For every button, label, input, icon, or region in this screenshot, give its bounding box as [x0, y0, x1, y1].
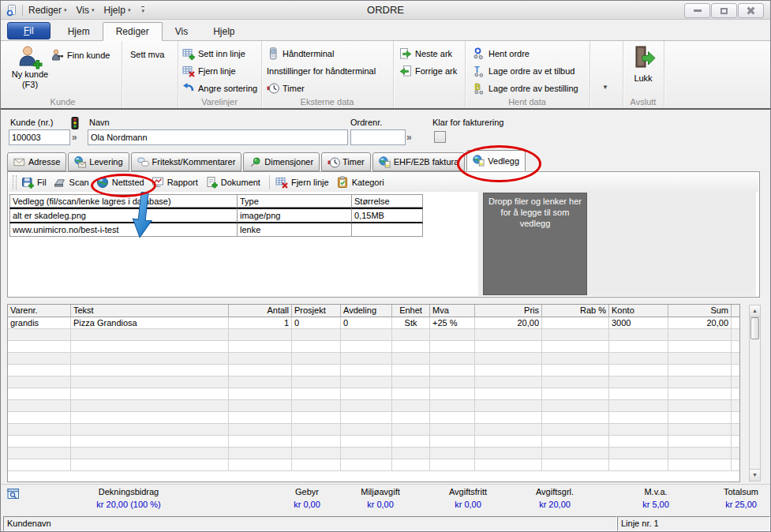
disk-plus-icon — [21, 176, 34, 189]
empty-order-row[interactable] — [8, 353, 739, 365]
prev-sheet-button[interactable]: Forrige ark — [399, 63, 457, 79]
order-column-tekst[interactable]: Tekst — [71, 305, 229, 317]
detail-tab-adresse[interactable]: Adresse — [7, 152, 66, 171]
ready-for-invoicing-checkbox[interactable] — [434, 131, 446, 143]
order-from-purchase-button[interactable]: B Lage ordre av bestilling — [473, 81, 578, 96]
tab-vis[interactable]: Vis — [163, 23, 200, 40]
detail-tab-label: Timer — [342, 157, 365, 167]
empty-order-row[interactable] — [8, 436, 739, 448]
titlebar-menu-vis[interactable]: Vis▾ — [77, 5, 95, 16]
detail-tab-timer[interactable]: Timer — [321, 152, 371, 171]
scrollbar-thumb[interactable] — [750, 317, 759, 339]
empty-order-row[interactable] — [8, 388, 739, 400]
toolbar-nettsted-button[interactable]: Nettsted — [96, 176, 144, 189]
order-column-pris[interactable]: Pris — [475, 305, 542, 317]
toolbar-fil-button[interactable]: Fil — [21, 176, 47, 189]
order-column-enhet[interactable]: Enhet — [392, 305, 430, 317]
empty-order-row[interactable] — [8, 412, 739, 424]
tab-rediger[interactable]: Rediger — [103, 22, 163, 41]
empty-cell — [542, 448, 609, 459]
empty-order-row[interactable] — [8, 365, 739, 377]
attachments-column-header[interactable]: Type — [238, 194, 352, 208]
set-mva-button[interactable]: Sett mva — [130, 47, 164, 62]
detail-tab-vedlegg[interactable]: Vedlegg — [466, 150, 526, 171]
customer-name-input[interactable] — [88, 129, 348, 145]
empty-order-row[interactable] — [8, 341, 739, 353]
empty-cell — [475, 424, 542, 436]
customer-lookup-button[interactable]: » — [72, 132, 77, 143]
traffic-light-icon[interactable] — [69, 116, 81, 129]
order-lines-header-row: Varenr.TekstAntallProsjektAvdelingEnhetM… — [8, 305, 739, 317]
order-column-prosjekt[interactable]: Prosjekt — [292, 305, 341, 317]
handheld-button[interactable]: Håndterminal — [267, 46, 334, 62]
empty-order-row[interactable] — [8, 329, 739, 341]
detail-tab-levering[interactable]: Levering — [68, 152, 129, 171]
empty-order-row[interactable] — [8, 459, 739, 471]
toolbar-fjern-linje-button[interactable]: Fjern linje — [275, 176, 329, 189]
empty-cell — [475, 329, 542, 341]
empty-order-row[interactable] — [8, 424, 739, 436]
quick-access-more-icon[interactable]: ▾ — [141, 6, 144, 14]
attachments-dropzone[interactable]: Dropp filer og lenker her for å legge ti… — [483, 193, 587, 295]
order-column-rab[interactable]: Rab % — [542, 305, 609, 317]
more-options-arrow-icon[interactable]: ▼ — [602, 84, 608, 91]
minimize-button[interactable] — [684, 3, 710, 18]
toolbar-grip[interactable] — [13, 175, 17, 189]
empty-cell — [430, 353, 475, 365]
empty-cell — [392, 341, 430, 353]
order-line-row[interactable]: grandisPizza Grandiosa100Stk+25 %20,0030… — [8, 317, 739, 329]
tab-hjelp[interactable]: Hjelp — [200, 23, 247, 40]
detail-tab-ehf-e2b-faktura[interactable]: EHF/E2B faktura — [372, 152, 466, 171]
ribbon-group-mva: Sett mva — [122, 41, 178, 108]
close-window-button[interactable]: Lukk — [627, 45, 660, 84]
summary-totalsum: Totalsumkr 25,00 — [724, 487, 758, 509]
order-from-quote-button[interactable]: T Lage ordre av et tilbud — [473, 63, 575, 79]
undo-sort-button[interactable]: Angre sortering — [182, 81, 257, 96]
find-customer-button[interactable]: Finn kunde — [51, 47, 110, 63]
titlebar-menu-hjelp[interactable]: Hjelp▾ — [104, 5, 131, 16]
insert-line-button[interactable]: Sett inn linje — [182, 46, 245, 62]
order-no-input[interactable] — [350, 129, 406, 145]
attachment-row[interactable]: www.unimicro.no/best-i-testlenke — [9, 223, 423, 237]
handheld-settings-button[interactable]: Innstillinger for håndterminal — [267, 63, 376, 79]
attachment-row[interactable]: alt er skadeleg.pngimage/png0,15MB — [9, 208, 423, 223]
new-customer-button[interactable]: Ny kunde (F3) — [9, 44, 51, 90]
customer-no-input[interactable] — [9, 129, 70, 145]
remove-line-button[interactable]: Fjern linje — [182, 63, 236, 79]
empty-cell — [542, 459, 609, 471]
order-lookup-button[interactable]: » — [406, 132, 412, 143]
scroll-up-icon[interactable]: ▲ — [750, 305, 760, 317]
order-column-sum[interactable]: Sum — [668, 305, 732, 317]
app-icon[interactable] — [6, 4, 18, 17]
order-column-antall[interactable]: Antall — [229, 305, 292, 317]
scroll-down-icon[interactable]: ▼ — [750, 469, 760, 481]
attachments-column-header[interactable]: Størrelse — [352, 194, 423, 208]
tab-fil[interactable]: Fil — [7, 22, 51, 39]
next-sheet-button[interactable]: Neste ark — [399, 46, 452, 62]
empty-order-row[interactable] — [8, 448, 739, 459]
toolbar-dokument-button[interactable]: Dokument — [205, 176, 260, 189]
empty-order-row[interactable] — [8, 377, 739, 388]
order-column-avdeling[interactable]: Avdeling — [341, 305, 392, 317]
order-lines-scrollbar[interactable]: ▲ ▼ — [749, 305, 761, 481]
empty-order-row[interactable] — [8, 400, 739, 412]
detail-tab-fritekst-kommentarer[interactable]: Fritekst/Kommentarer — [131, 152, 242, 171]
get-order-button[interactable]: Hent ordre — [473, 46, 530, 62]
tab-hjem[interactable]: Hjem — [55, 23, 103, 40]
order-column-konto[interactable]: Konto — [609, 305, 668, 317]
order-column-mva[interactable]: Mva — [430, 305, 475, 317]
close-button[interactable] — [738, 3, 764, 18]
summary-label: Gebyr — [295, 487, 319, 496]
maximize-button[interactable] — [711, 3, 737, 18]
toolbar-kategori-button[interactable]: Kategori — [336, 176, 384, 189]
empty-cell-filler — [732, 400, 739, 412]
detail-tab-dimensjoner[interactable]: Dimensjoner — [243, 152, 320, 171]
order-column-varenr[interactable]: Varenr. — [8, 305, 71, 317]
attachments-toolbar: FilScanNettstedRapportDokumentFjern linj… — [9, 173, 758, 192]
toolbar-scan-button[interactable]: Scan — [54, 176, 89, 189]
attachments-column-header[interactable]: Vedlegg (fil/scan/lenke lagres i databas… — [9, 194, 238, 208]
timer-button[interactable]: Timer — [267, 81, 305, 96]
toolbar-rapport-button[interactable]: Rapport — [152, 176, 198, 189]
summary-search-icon[interactable] — [7, 488, 20, 500]
titlebar-menu-rediger[interactable]: Rediger▾ — [28, 5, 67, 16]
